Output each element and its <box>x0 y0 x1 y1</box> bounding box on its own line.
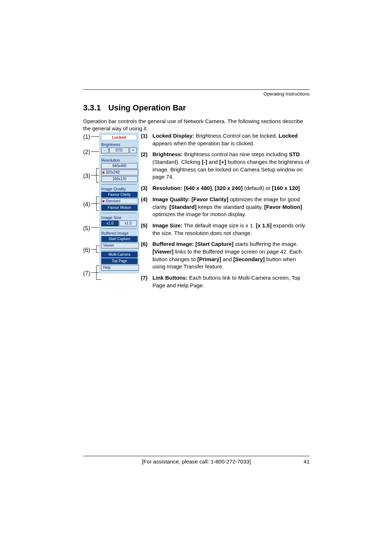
desc-num: (1) <box>141 132 152 147</box>
section-title: Using Operation Bar <box>108 103 186 112</box>
desc-item-2: (2) Brightness: Brightness control has n… <box>141 151 310 181</box>
assistance-text: [For assistance, please call: 1-800-272-… <box>142 458 251 465</box>
header-rule <box>83 89 310 90</box>
brightness-minus-button[interactable]: - <box>101 147 109 153</box>
manual-page: Operating Instructions 3.3.1 Using Opera… <box>0 0 392 555</box>
desc-num: (2) <box>141 151 152 181</box>
term: [Standard] <box>169 204 196 210</box>
desc-item-1: (1) Locked Display: Brightness Control c… <box>141 132 310 147</box>
desc-item-4: (4) Image Quality: [Favor Clarity] optim… <box>141 196 310 218</box>
desc-num: (7) <box>141 274 152 289</box>
header-block: Operating Instructions 3.3.1 Using Opera… <box>83 89 310 133</box>
term: [Primary] <box>197 256 221 262</box>
text: optimizes the image for motion display. <box>152 211 246 217</box>
leader-line <box>96 279 101 280</box>
term: Image Quality: [Favor Clarity] <box>152 196 228 202</box>
image-size-controls: x1.0 x1.5 <box>101 220 137 226</box>
term: Link Buttons: <box>152 275 188 281</box>
desc-body: Image Size: The default image size is x … <box>152 222 310 237</box>
standard-quality-button[interactable]: Standard <box>101 198 138 204</box>
desc-body: Brightness: Brightness control has nine … <box>152 151 310 181</box>
desc-body: Link Buttons: Each buttons link to Multi… <box>152 274 310 289</box>
separator <box>101 155 137 156</box>
resolution-640-button[interactable]: 640x480 <box>101 163 138 169</box>
leader-line <box>91 203 96 204</box>
favor-motion-button[interactable]: Favour Motion <box>101 205 138 211</box>
desc-body: Buffered Image: [Start Capture] starts b… <box>152 240 310 271</box>
callout-6: (6) <box>83 247 94 254</box>
buffered-image-label: Buffered Image <box>101 231 137 235</box>
term: [Favor Motion] <box>264 204 302 210</box>
callout-7: (7) <box>83 270 94 277</box>
callout-2: (2) <box>83 149 94 155</box>
favor-clarity-button[interactable]: Favour Clarity <box>101 192 138 198</box>
separator <box>101 251 137 251</box>
desc-body: Locked Display: Brightness Control can b… <box>152 132 310 147</box>
term: [Secondary] <box>233 256 265 262</box>
callout-4: (4) <box>83 201 94 208</box>
separator <box>101 184 137 185</box>
help-button[interactable]: Help <box>101 265 139 271</box>
brightness-plus-button[interactable]: + <box>130 147 137 153</box>
section-number: 3.3.1 <box>83 103 101 112</box>
desc-num: (5) <box>141 222 152 237</box>
running-header: Operating Instructions <box>83 91 310 97</box>
leader-line <box>91 249 96 250</box>
resolution-label: Resolution <box>101 158 137 162</box>
footer-text: [For assistance, please call: 1-800-272-… <box>83 458 310 465</box>
text: The default image size is x 1. <box>183 222 256 228</box>
text: starts buffering the image. <box>233 241 298 247</box>
text: keeps the standard quality. <box>196 204 264 210</box>
leader-line <box>96 266 97 279</box>
section-heading: 3.3.1 Using Operation Bar <box>83 103 310 113</box>
term: [320 x 240] <box>215 185 243 191</box>
term: [+] <box>219 159 226 165</box>
brightness-std-button[interactable]: STD <box>109 147 129 153</box>
term: STD <box>289 151 300 157</box>
separator <box>101 213 137 213</box>
term: Brightness: <box>152 151 183 157</box>
brightness-controls: - STD + <box>101 147 137 153</box>
intro-paragraph: Operation bar controls the general use o… <box>83 118 310 133</box>
selected-dot-icon <box>102 200 105 202</box>
term: [-] <box>202 159 207 165</box>
separator <box>101 228 137 229</box>
term: Resolution: [640 x 480] <box>152 185 212 191</box>
brightness-label: Brightness <box>101 142 137 147</box>
description-list: (1) Locked Display: Brightness Control c… <box>141 132 310 293</box>
desc-item-7: (7) Link Buttons: Each buttons link to M… <box>141 274 310 289</box>
desc-body: Image Quality: [Favor Clarity] optimizes… <box>152 196 310 218</box>
viewer-button[interactable]: Viewer <box>101 243 139 248</box>
desc-item-5: (5) Image Size: The default image size i… <box>141 222 310 237</box>
desc-body: Resolution: [640 x 480], [320 x 240] (de… <box>152 185 310 192</box>
top-page-button[interactable]: Top Page <box>101 258 138 264</box>
term: Locked <box>279 133 298 139</box>
operation-bar-panel: Locked Brightness - STD + Resolution 640… <box>99 132 139 274</box>
text: Brightness Control can be locked. <box>194 133 279 139</box>
image-quality-label: Image Quality <box>101 187 137 191</box>
start-capture-button[interactable]: Start Capture <box>101 236 138 242</box>
leader-line <box>91 272 96 273</box>
size-x15-button[interactable]: x1.5 <box>119 220 137 226</box>
desc-num: (3) <box>141 185 152 192</box>
text: and <box>207 159 219 165</box>
term: Image Size: <box>152 222 183 228</box>
resolution-320-button[interactable]: 320x240 <box>101 170 138 175</box>
resolution-320-label: 320x240 <box>106 170 119 174</box>
resolution-160-button[interactable]: 160x120 <box>101 176 138 182</box>
standard-quality-label: Standard <box>106 199 121 203</box>
desc-num: (6) <box>141 240 152 271</box>
term: [160 x 120] <box>272 185 300 191</box>
text: , <box>212 185 215 191</box>
locked-display: Locked <box>101 134 137 140</box>
term: Locked Display: <box>152 133 194 139</box>
multi-camera-button[interactable]: Multi-Camera <box>101 252 138 258</box>
text: (default) or <box>242 185 272 191</box>
term: [Viewer] <box>152 248 173 255</box>
page-number: 41 <box>303 458 310 465</box>
text: (Standard). Clicking <box>152 159 202 165</box>
text: Brightness control has nine steps includ… <box>183 151 289 157</box>
term: [x 1.5] <box>256 222 271 228</box>
size-x1-button[interactable]: x1.0 <box>101 220 119 226</box>
desc-num: (4) <box>141 196 152 218</box>
